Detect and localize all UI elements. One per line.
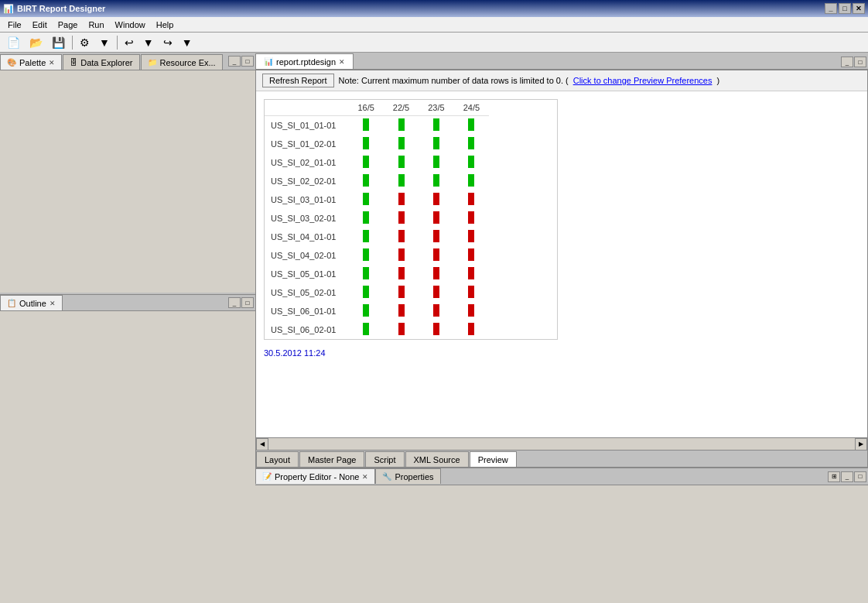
tab-outline[interactable]: 📋 Outline ✕ xyxy=(0,295,63,310)
property-editor-icon: 📝 xyxy=(262,472,272,481)
red-bar xyxy=(398,286,405,298)
refresh-report-button[interactable]: Refresh Report xyxy=(262,74,334,87)
report-table-container: 16/5 22/5 23/5 24/5 US_SI_01_01-01US_SI_… xyxy=(264,99,558,340)
green-bar xyxy=(363,193,369,205)
tab-properties[interactable]: 🔧 Properties xyxy=(375,468,440,484)
bar-cell xyxy=(348,320,383,339)
bar-cell xyxy=(348,283,383,302)
bar-cell xyxy=(419,265,453,283)
tab-preview[interactable]: Preview xyxy=(470,451,517,467)
left-top-maximize[interactable]: □ xyxy=(241,56,254,67)
bar-cell xyxy=(348,135,383,153)
tab-report-design[interactable]: 📊 report.rptdesign ✕ xyxy=(255,53,354,69)
red-bar xyxy=(398,323,405,335)
bar-cell xyxy=(419,135,453,153)
red-bar xyxy=(433,193,439,205)
outline-icon: 📋 xyxy=(7,299,16,307)
green-bar xyxy=(468,156,474,168)
report-content[interactable]: 16/5 22/5 23/5 24/5 US_SI_01_01-01US_SI_… xyxy=(256,91,867,437)
table-row: US_SI_06_02-01 xyxy=(265,320,489,339)
date-label: 30.5.2012 11:24 xyxy=(264,348,859,358)
scroll-right[interactable]: ▶ xyxy=(855,438,867,451)
close-button[interactable]: ✕ xyxy=(853,3,865,14)
properties-icon: 🔧 xyxy=(382,472,391,481)
menu-page[interactable]: Page xyxy=(53,19,83,31)
property-panel-header: 📝 Property Editor - None ✕ 🔧 Properties … xyxy=(255,468,868,485)
undo-dropdown[interactable]: ▼ xyxy=(139,34,158,51)
table-row: US_SI_06_01-01 xyxy=(265,302,489,320)
report-table: 16/5 22/5 23/5 24/5 US_SI_01_01-01US_SI_… xyxy=(265,100,489,339)
table-row: US_SI_03_01-01 xyxy=(265,190,489,209)
tab-property-editor[interactable]: 📝 Property Editor - None ✕ xyxy=(255,468,375,484)
preview-preferences-link[interactable]: Click to change Preview Preferences xyxy=(573,76,713,85)
data-explorer-icon: 🗄 xyxy=(70,58,77,67)
tab-xml-source[interactable]: XML Source xyxy=(405,451,469,467)
redo-button[interactable]: ↪ xyxy=(159,34,176,51)
red-bar xyxy=(468,304,474,317)
h-scrollbar[interactable]: ◀ ▶ xyxy=(256,437,867,450)
bar-cell xyxy=(419,172,453,190)
row-label: US_SI_06_02-01 xyxy=(265,320,348,339)
editor-area: Refresh Report Note: Current maximum num… xyxy=(255,70,868,468)
outline-minimize[interactable]: _ xyxy=(228,297,241,308)
dropdown-button[interactable]: ▼ xyxy=(95,34,114,51)
tab-master-page[interactable]: Master Page xyxy=(299,451,364,467)
notification-bar: Refresh Report Note: Current maximum num… xyxy=(256,70,867,91)
left-top-panel: 🎨 Palette ✕ 🗄 Data Explorer 📁 Resource E… xyxy=(0,53,255,293)
outline-close[interactable]: ✕ xyxy=(50,300,56,307)
property-editor-close[interactable]: ✕ xyxy=(362,473,368,481)
open-button[interactable]: 📂 xyxy=(26,34,46,51)
minimize-button[interactable]: _ xyxy=(825,3,837,14)
editor-maximize[interactable]: □ xyxy=(854,57,866,67)
tab-palette[interactable]: 🎨 Palette ✕ xyxy=(0,54,62,70)
menu-edit[interactable]: Edit xyxy=(28,19,52,31)
prop-minimize[interactable]: _ xyxy=(841,471,853,482)
maximize-button[interactable]: □ xyxy=(839,3,851,14)
red-bar xyxy=(468,323,474,335)
redo-dropdown[interactable]: ▼ xyxy=(178,34,196,51)
editor-minimize[interactable]: _ xyxy=(841,57,853,67)
settings-button[interactable]: ⚙ xyxy=(76,34,94,51)
new-button[interactable]: 📄 xyxy=(3,34,24,51)
tab-layout[interactable]: Layout xyxy=(256,451,299,467)
menu-run[interactable]: Run xyxy=(84,19,108,31)
green-bar xyxy=(433,174,439,187)
bar-cell xyxy=(454,320,489,339)
bar-cell xyxy=(454,209,489,228)
row-label: US_SI_05_02-01 xyxy=(265,283,348,302)
green-bar xyxy=(363,286,369,298)
red-bar xyxy=(433,286,439,298)
menu-help[interactable]: Help xyxy=(152,19,179,31)
bar-cell xyxy=(454,116,489,135)
green-bar xyxy=(363,230,369,242)
tab-resource-explorer[interactable]: 📁 Resource Ex... xyxy=(141,54,223,70)
green-bar xyxy=(433,118,439,131)
bar-cell xyxy=(348,153,383,172)
left-top-minimize[interactable]: _ xyxy=(228,56,241,67)
scroll-left[interactable]: ◀ xyxy=(256,438,268,451)
col-16-5: 16/5 xyxy=(348,100,383,116)
palette-close[interactable]: ✕ xyxy=(49,59,55,67)
row-label: US_SI_05_01-01 xyxy=(265,265,348,283)
toolbar: 📄 📂 💾 ⚙ ▼ ↩ ▼ ↪ ▼ xyxy=(0,33,868,53)
tab-script[interactable]: Script xyxy=(365,451,404,467)
title-bar: 📊 BIRT Report Designer _ □ ✕ xyxy=(0,0,868,17)
row-label: US_SI_04_02-01 xyxy=(265,246,348,265)
save-button[interactable]: 💾 xyxy=(48,34,69,51)
resource-icon: 📁 xyxy=(148,58,157,67)
green-bar xyxy=(363,267,369,279)
scroll-track[interactable] xyxy=(268,438,855,450)
undo-button[interactable]: ↩ xyxy=(121,34,138,51)
col-24-5: 24/5 xyxy=(454,100,489,116)
prop-columns-btn[interactable]: ⊞ xyxy=(828,471,840,482)
bar-cell xyxy=(454,283,489,302)
menu-file[interactable]: File xyxy=(3,19,26,31)
red-bar xyxy=(468,286,474,298)
row-label: US_SI_01_02-01 xyxy=(265,135,348,153)
red-bar xyxy=(433,211,439,224)
editor-close[interactable]: ✕ xyxy=(339,58,345,66)
prop-maximize[interactable]: □ xyxy=(854,471,866,482)
outline-maximize[interactable]: □ xyxy=(241,297,254,308)
menu-window[interactable]: Window xyxy=(111,19,150,31)
tab-data-explorer[interactable]: 🗄 Data Explorer xyxy=(63,54,139,70)
